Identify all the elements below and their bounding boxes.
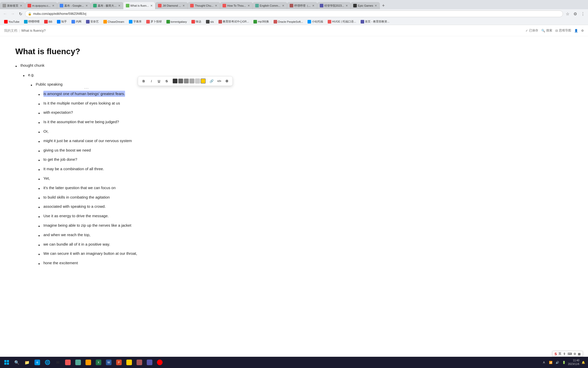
new-tab-button[interactable]: + [380, 2, 387, 9]
address-bar[interactable]: 🔒 mubu.com/app/edit/home/598Z0NfB3vj [25, 10, 563, 17]
tab-google[interactable]: 墓布 - Google... ✕ [57, 2, 90, 9]
color-btn-yellow-active[interactable] [201, 78, 206, 84]
list-item-imagine[interactable]: • Imagine being able to zip up the nerve… [38, 222, 573, 230]
mindmap-button[interactable]: ⊟ 思维导图 [555, 28, 571, 33]
start-button[interactable] [2, 358, 11, 367]
color-btn-light[interactable] [189, 78, 194, 84]
text-eg[interactable]: e.g. [28, 72, 34, 78]
ime-settings[interactable]: ⚙ [573, 352, 576, 356]
list-item-bundle[interactable]: • we can bundle all of it in a positive … [38, 241, 573, 249]
list-item-assumption[interactable]: • Is it the assumption that we're being … [38, 119, 573, 127]
tab-jill[interactable]: Jill Diamond ... ✕ [155, 2, 188, 9]
bookmark-oracle[interactable]: Oracle PeopleSoft... [272, 19, 305, 24]
text-associated[interactable]: associated with speaking to a crowd. [43, 203, 106, 210]
list-item-associated[interactable]: • associated with speaking to a crowd. [38, 203, 573, 211]
list-item-nervous[interactable]: • might it just be a natural case of our… [38, 138, 573, 146]
text-nervous[interactable]: might it just be a natural case of our n… [43, 138, 132, 144]
bookmark-huge[interactable]: HUGE | 托福口语... [326, 19, 358, 24]
list-item-yet[interactable]: • Yet, [38, 175, 573, 183]
taskbar-search[interactable]: 🔍 [12, 358, 21, 367]
list-item-reach[interactable]: • and when we reach the top, [38, 232, 573, 240]
taskbar-files[interactable]: 📁 [22, 358, 32, 367]
color-btn-black[interactable] [173, 78, 178, 84]
ime-table[interactable]: ▦ [578, 352, 581, 356]
bookmark-iqiyi[interactable]: 安奈艺 [84, 19, 101, 24]
keyboard-layout-icon[interactable]: A [542, 360, 547, 365]
bookmark-weida[interactable]: 味达 [189, 19, 203, 24]
taskbar-chrome[interactable]: 🌐 [43, 358, 52, 367]
tab-epic[interactable]: Epic Games ✕ [351, 2, 380, 9]
network-icon[interactable]: 📶 [548, 360, 553, 365]
battery-icon[interactable]: 🔋 [561, 360, 567, 365]
text-eyes[interactable]: Is it the multiple number of eyes lookin… [43, 100, 120, 106]
tab-jidanda[interactable]: 墓布 - 极简大... ✕ [91, 2, 123, 9]
ime-mic[interactable]: 🎙 [563, 352, 566, 356]
bookmark-sis[interactable]: sis [204, 19, 216, 24]
bookmark-torrent[interactable]: torrentgalaxy [164, 19, 189, 24]
tab-close-1[interactable]: ✕ [20, 4, 22, 7]
extension-btn[interactable]: ⚙ [572, 11, 578, 17]
list-item-energy[interactable]: • Use it as energy to drive the message. [38, 213, 573, 221]
ime-keyboard[interactable]: ⌨ [568, 352, 572, 356]
bookmark-intranet[interactable]: 内网 [69, 19, 83, 24]
text-energy[interactable]: Use it as energy to drive the message. [43, 213, 109, 219]
list-item-combination[interactable]: • It may be a combination of all three. [38, 166, 573, 174]
text-combination[interactable]: It may be a combination of all three. [43, 166, 104, 172]
bookmark-zimueku[interactable]: 字幕库 [127, 19, 144, 24]
list-item-build[interactable]: • to build skills in combating the agita… [38, 194, 573, 202]
taskbar-app2[interactable] [74, 358, 83, 367]
bookmark-star[interactable]: ☆ [565, 11, 571, 17]
taskbar-app5[interactable] [145, 358, 154, 367]
tab-huli[interactable]: 呼理呼理（... ✕ [287, 2, 317, 9]
text-boost[interactable]: giving us the boost we need [43, 147, 91, 153]
list-item-secure[interactable]: • We can secure it with an imaginary but… [38, 250, 573, 258]
list-item-job[interactable]: • to get the job done? [38, 156, 573, 164]
taskbar-app4[interactable] [135, 358, 144, 367]
bookmark-mp3[interactable]: mp3转换 [251, 19, 271, 24]
list-item-highlighted[interactable]: • is amongst one of human beings' greate… [38, 91, 573, 99]
tab-english[interactable]: English Comm... ✕ [253, 2, 287, 9]
strikethrough-button[interactable]: S [163, 77, 170, 85]
bookmark-xiaozhan[interactable]: 小站托福 [305, 19, 325, 24]
text-imagine[interactable]: Imagine being able to zip up the nerves … [43, 222, 131, 228]
bold-button[interactable]: B [140, 77, 147, 85]
reload-button[interactable]: ↻ [17, 11, 23, 17]
bookmark-bb[interactable]: BB [42, 19, 54, 24]
taskbar-app1[interactable] [63, 358, 72, 367]
text-public-speaking[interactable]: Public speaking [36, 81, 63, 87]
text-yet[interactable]: Yet, [43, 175, 50, 181]
bookmark-bilibili[interactable]: 哔哩哔哩 [22, 19, 42, 24]
color-btn-lighter[interactable] [195, 78, 200, 84]
text-build[interactable]: to build skills in combating the agitati… [43, 194, 110, 200]
bookmark-shouye[interactable]: 首页 - 教育部教资... [359, 19, 391, 24]
text-job[interactable]: to get the job done? [43, 156, 77, 163]
bookmark-youtube[interactable]: YouTube [2, 19, 21, 24]
doc-title[interactable]: What is fluency? [15, 47, 573, 56]
forward-button[interactable]: → [10, 11, 16, 17]
taskbar-edge[interactable]: e [33, 358, 42, 367]
list-item-boost[interactable]: • giving us the boost we need [38, 147, 573, 155]
taskbar-stickynote[interactable] [125, 358, 134, 367]
text-assumption[interactable]: Is it the assumption that we're being ju… [43, 119, 119, 125]
taskbar-ppt[interactable]: P [114, 358, 124, 367]
color-btn-gray[interactable] [184, 78, 189, 84]
list-item-hone[interactable]: • hone the excitement [38, 260, 573, 268]
list-item-eyes[interactable]: • Is it the multiple number of eyes look… [38, 100, 573, 108]
text-secure[interactable]: We can secure it with an imaginary butto… [43, 250, 137, 257]
bookmark-luobo[interactable]: 罗卜投研 [144, 19, 164, 24]
tab-jinguan[interactable]: 经管学院2023... ✕ [317, 2, 351, 9]
back-button[interactable]: ← [2, 11, 8, 17]
text-expectation[interactable]: with expectation? [43, 109, 73, 116]
text-highlighted[interactable]: is amongst one of human beings' greatest… [43, 91, 125, 97]
text-reach[interactable]: and when we reach the top, [43, 232, 90, 238]
tab-thought-chu[interactable]: Thought Chu... ✕ [188, 2, 220, 9]
text-hone[interactable]: hone the excitement [43, 260, 78, 266]
text-latter[interactable]: it's the latter question that we can foc… [43, 185, 116, 191]
settings-button[interactable]: ⚙ [581, 29, 584, 32]
text-bundle[interactable]: we can bundle all of it in a positive wa… [43, 241, 110, 247]
tab-how-to[interactable]: How To Thou... ✕ [220, 2, 253, 9]
row-context-menu[interactable]: ··· [84, 86, 89, 91]
taskbar-outlook[interactable]: ✉ [53, 358, 62, 367]
text-thought-chunk[interactable]: thought chunk [20, 62, 44, 68]
underline-button[interactable]: U [155, 77, 163, 85]
